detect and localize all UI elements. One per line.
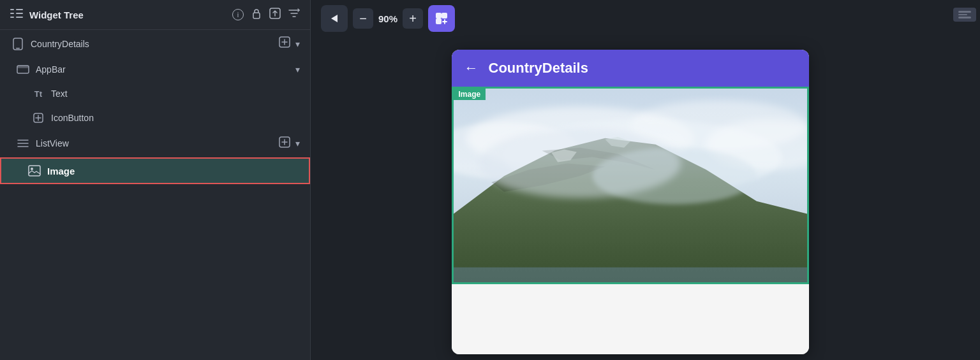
widget-tree-icon bbox=[10, 8, 23, 22]
svg-rect-4 bbox=[16, 13, 23, 14]
zoom-in-button[interactable]: + bbox=[403, 8, 423, 29]
add-widget-icon[interactable] bbox=[279, 36, 290, 51]
back-button[interactable]: ← bbox=[464, 60, 479, 76]
svg-rect-6 bbox=[253, 13, 260, 18]
text-icon: Tt bbox=[31, 88, 46, 99]
tree-item-iconbutton[interactable]: IconButton bbox=[0, 106, 310, 130]
sort-icon[interactable] bbox=[288, 8, 300, 21]
panel-header-actions: i bbox=[232, 8, 300, 22]
mountain-image bbox=[454, 89, 807, 282]
app-bar-title: CountryDetails bbox=[489, 60, 588, 76]
right-panel bbox=[949, 0, 980, 360]
scroll-indicator[interactable] bbox=[807, 166, 809, 205]
image-container[interactable]: Image bbox=[452, 87, 809, 284]
country-details-label: CountryDetails bbox=[31, 39, 279, 49]
panel-header: Widget Tree i bbox=[0, 0, 310, 30]
canvas-content: ← CountryDetails Image bbox=[311, 37, 949, 360]
svg-rect-15 bbox=[29, 166, 40, 176]
appbar-dropdown-icon[interactable]: ▾ bbox=[295, 64, 300, 75]
panel-toggle-icon[interactable] bbox=[953, 8, 976, 22]
image-badge: Image bbox=[454, 89, 486, 100]
text-label: Text bbox=[51, 89, 300, 99]
tree-item-listview[interactable]: ListView ▾ bbox=[0, 130, 310, 156]
svg-point-32 bbox=[592, 148, 756, 205]
dropdown-icon[interactable]: ▾ bbox=[295, 39, 300, 49]
phone-icon bbox=[10, 38, 26, 50]
lock-icon[interactable] bbox=[251, 8, 262, 22]
phone-body-content bbox=[452, 284, 809, 354]
listview-actions: ▾ bbox=[279, 136, 300, 150]
listview-dropdown-icon[interactable]: ▾ bbox=[295, 138, 300, 148]
first-frame-button[interactable] bbox=[321, 5, 348, 32]
svg-rect-18 bbox=[442, 13, 447, 18]
info-icon[interactable]: i bbox=[232, 9, 244, 20]
upload-icon[interactable] bbox=[269, 8, 281, 22]
svg-rect-33 bbox=[454, 268, 807, 282]
tree-item-image[interactable]: Image bbox=[0, 157, 310, 184]
canvas-area: − 90% + ← CountryDetails Image bbox=[311, 0, 949, 360]
svg-rect-3 bbox=[16, 9, 23, 10]
tree-item-appbar[interactable]: AppBar ▾ bbox=[0, 57, 310, 82]
app-bar: ← CountryDetails bbox=[452, 50, 809, 87]
image-widget-icon bbox=[27, 165, 42, 176]
svg-point-16 bbox=[31, 168, 33, 170]
svg-rect-5 bbox=[16, 17, 23, 18]
svg-rect-12 bbox=[17, 66, 29, 68]
zoom-level: 90% bbox=[378, 13, 397, 24]
iconbutton-label: IconButton bbox=[51, 113, 300, 123]
svg-rect-19 bbox=[436, 18, 442, 24]
svg-rect-9 bbox=[16, 48, 20, 49]
left-panel: Widget Tree i bbox=[0, 0, 311, 360]
svg-rect-34 bbox=[958, 11, 971, 13]
appbar-icon bbox=[15, 64, 31, 75]
svg-rect-36 bbox=[958, 17, 971, 18]
image-label: Image bbox=[47, 166, 299, 176]
svg-rect-2 bbox=[10, 17, 14, 18]
svg-rect-1 bbox=[10, 13, 14, 14]
tree-item-country-details[interactable]: CountryDetails ▾ bbox=[0, 30, 310, 57]
svg-rect-35 bbox=[958, 14, 967, 15]
panel-title: Widget Tree bbox=[29, 10, 226, 20]
canvas-toolbar: − 90% + bbox=[311, 0, 949, 37]
listview-icon bbox=[15, 138, 31, 149]
iconbutton-icon bbox=[31, 112, 46, 124]
country-details-actions: ▾ bbox=[279, 36, 300, 51]
zoom-value: 90% bbox=[378, 13, 397, 24]
listview-add-icon[interactable] bbox=[279, 136, 290, 150]
appbar-label: AppBar bbox=[36, 64, 295, 75]
svg-rect-17 bbox=[436, 13, 442, 18]
phone-frame: ← CountryDetails Image bbox=[452, 50, 809, 354]
listview-label: ListView bbox=[36, 138, 279, 148]
appbar-actions: ▾ bbox=[295, 64, 300, 75]
tree-item-text[interactable]: Tt Text bbox=[0, 82, 310, 106]
add-component-button[interactable] bbox=[428, 5, 455, 32]
svg-rect-0 bbox=[10, 9, 14, 10]
zoom-out-button[interactable]: − bbox=[353, 8, 373, 29]
tree-items: CountryDetails ▾ AppBar bbox=[0, 30, 310, 360]
